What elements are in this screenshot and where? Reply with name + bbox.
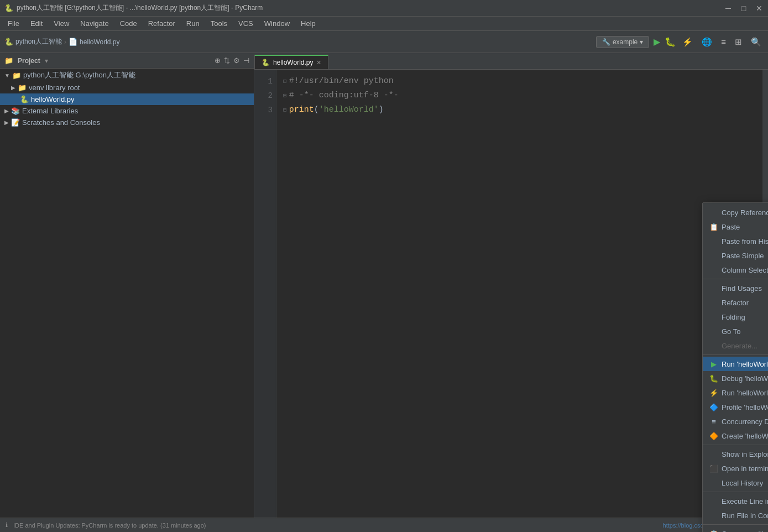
ctx-show-explorer[interactable]: Show in Explorer [703, 447, 768, 461]
tree-label-scratches: Scratches and Consoles [22, 118, 249, 127]
paste-icon: 📋 [709, 222, 718, 231]
web-button[interactable]: 🌐 [699, 36, 714, 48]
status-bar: ℹ IDE and Plugin Updates: PyCharm is rea… [0, 518, 768, 532]
ctx-create-helloworld[interactable]: 🔶Create 'helloWorld'... [703, 429, 768, 443]
file-icon: 📄 [69, 38, 77, 46]
ctx-refactor[interactable]: Refactor ▶ [703, 295, 768, 310]
line-num-2: 2 [258, 88, 273, 103]
library-icon: 📚 [11, 107, 20, 115]
ctx-compare-clipboard[interactable]: 📋Compare with Clipboard [703, 526, 768, 532]
tree-item-external[interactable]: ▶ 📚 External Libraries [0, 105, 254, 117]
menu-code[interactable]: Code [116, 18, 142, 29]
menu-tools[interactable]: Tools [206, 18, 232, 29]
refactor-icon [709, 298, 718, 307]
code-editor[interactable]: 1 2 3 ⊟ #!/usr/bin/env python ⊟ # -*- co… [254, 70, 768, 518]
column-mode-icon [709, 265, 718, 274]
sidebar-settings-icon[interactable]: ⊕ [215, 56, 221, 65]
menu-edit[interactable]: Edit [26, 18, 47, 29]
ctx-run-coverage[interactable]: ⚡Run 'helloWorld' with Coverage [703, 385, 768, 400]
project-folder-icon: 📁 [4, 56, 13, 65]
title-bar-controls[interactable]: ─ □ ✕ [724, 4, 764, 13]
ctx-debug-helloworld[interactable]: 🐛Debug 'helloWorld' [703, 371, 768, 385]
tab-bar: 🐍 helloWorld.py ✕ [254, 53, 768, 70]
ctx-goto[interactable]: Go To ▶ [703, 324, 768, 338]
ctx-separator-5 [703, 524, 768, 525]
list-button[interactable]: ≡ [719, 36, 728, 48]
tree-item-root[interactable]: ▼ 📁 python人工智能 G:\python人工智能 [0, 69, 254, 82]
menu-refactor[interactable]: Refactor [144, 18, 180, 29]
paste-history-icon [709, 237, 718, 246]
code-text-3-str: 'helloWorld' [319, 103, 379, 117]
ctx-run-file-console[interactable]: Run File in Console [703, 508, 768, 523]
context-menu: Copy Reference Ctrl+Alt+Shift+C 📋Paste C… [702, 202, 768, 532]
ctx-profile-helloworld[interactable]: 🔷Profile 'helloWorld' [703, 400, 768, 414]
run-file-console-icon [709, 511, 718, 520]
paste-simple-icon [709, 251, 718, 260]
expand-arrow-scratches: ▶ [4, 119, 9, 126]
sidebar-controls: ⊕ ⇅ ⚙ ⊣ [215, 56, 249, 65]
minimize-button[interactable]: ─ [724, 4, 733, 13]
menu-help[interactable]: Help [296, 18, 320, 29]
tab-label: helloWorld.py [273, 59, 313, 66]
menu-window[interactable]: Window [260, 18, 294, 29]
ctx-paste-simple[interactable]: Paste Simple Ctrl+Alt+Shift+V [703, 248, 768, 263]
toolbar: 🐍 python人工智能 › 📄 helloWorld.py 🔧 example… [0, 31, 768, 53]
sidebar-gear-icon[interactable]: ⚙ [233, 56, 240, 65]
breadcrumb-project[interactable]: python人工智能 [15, 37, 62, 46]
ctx-concurrency[interactable]: ≡Concurrency Diagram for 'helloWorld' [703, 414, 768, 429]
code-line-2: ⊟ # -*- coding:utf-8 -*- [283, 88, 756, 103]
tab-close-button[interactable]: ✕ [316, 59, 321, 66]
tab-file-icon: 🐍 [262, 59, 270, 66]
tree-item-scratches[interactable]: ▶ 📝 Scratches and Consoles [0, 117, 254, 128]
code-text-3-paren-close: ) [379, 103, 384, 117]
run-button[interactable]: ▶ [654, 36, 660, 47]
ctx-paste[interactable]: 📋Paste Ctrl+V [703, 220, 768, 234]
run-config-selector[interactable]: 🔧 example ▾ [596, 36, 649, 48]
code-text-2: # -*- coding:utf-8 -*- [289, 88, 399, 103]
sidebar-collapse-icon[interactable]: ⊣ [243, 56, 249, 65]
tree-item-helloworld[interactable]: 🐍 helloWorld.py [0, 93, 254, 105]
tree-item-venv[interactable]: ▶ 📁 venv library root [0, 82, 254, 93]
maximize-button[interactable]: □ [739, 4, 748, 13]
folder-icon-root: 📁 [12, 71, 21, 80]
coverage-button[interactable]: ⚡ [680, 36, 695, 48]
expand-arrow-venv: ▶ [11, 85, 15, 91]
scratches-icon: 📝 [11, 118, 20, 127]
goto-icon [709, 327, 718, 336]
search-button[interactable]: 🔍 [749, 36, 764, 48]
explorer-icon [709, 450, 718, 458]
editor-area: 🐍 helloWorld.py ✕ 1 2 3 ⊟ #!/usr/bin/env… [254, 53, 768, 518]
ctx-find-usages[interactable]: Find Usages Alt+F7 [703, 281, 768, 295]
ctx-open-terminal[interactable]: ⬛Open in terminal [703, 461, 768, 476]
title-bar: 🐍 python人工智能 [G:\python人工智能] - ...\hello… [0, 0, 768, 17]
run-config-arrow: ▾ [640, 38, 643, 46]
ctx-paste-history[interactable]: Paste from History... Ctrl+Shift+V [703, 234, 768, 248]
close-button[interactable]: ✕ [755, 4, 764, 13]
editor-tab-helloworld[interactable]: 🐍 helloWorld.py ✕ [254, 55, 328, 69]
ctx-generate: Generate... Alt+Insert [703, 338, 768, 353]
menu-file[interactable]: File [3, 18, 24, 29]
line-num-1: 1 [258, 74, 273, 88]
ctx-execute-console[interactable]: Execute Line in Console Alt+Shift+E [703, 494, 768, 508]
menu-run[interactable]: Run [182, 18, 204, 29]
cols-button[interactable]: ⊞ [733, 36, 744, 48]
line-num-3: 3 [258, 103, 273, 117]
breadcrumb-file[interactable]: helloWorld.py [80, 38, 119, 46]
menu-view[interactable]: View [49, 18, 74, 29]
ctx-separator-3 [703, 445, 768, 445]
debug-button[interactable]: 🐛 [665, 36, 676, 47]
code-line-3: ⊟ print('helloWorld') [283, 103, 756, 117]
ctx-column-mode[interactable]: Column Selection Mode Alt+Shift+Insert [703, 263, 768, 277]
menu-vcs[interactable]: VCS [234, 18, 258, 29]
ctx-separator-1 [703, 279, 768, 279]
execute-console-icon [709, 497, 718, 505]
tree-label-venv: venv library root [29, 84, 249, 92]
ctx-folding[interactable]: Folding ▶ [703, 310, 768, 324]
menu-navigate[interactable]: Navigate [76, 18, 113, 29]
sidebar-sort-icon[interactable]: ⇅ [224, 56, 230, 65]
ctx-run-helloworld[interactable]: ▶Run 'helloWorld' Ctrl+Shift+F10 [703, 357, 768, 371]
sidebar-title: Project [18, 57, 40, 65]
code-content[interactable]: ⊟ #!/usr/bin/env python ⊟ # -*- coding:u… [276, 70, 762, 518]
ctx-copy-reference[interactable]: Copy Reference Ctrl+Alt+Shift+C [703, 205, 768, 220]
ctx-local-history[interactable]: Local History ▶ [703, 476, 768, 490]
